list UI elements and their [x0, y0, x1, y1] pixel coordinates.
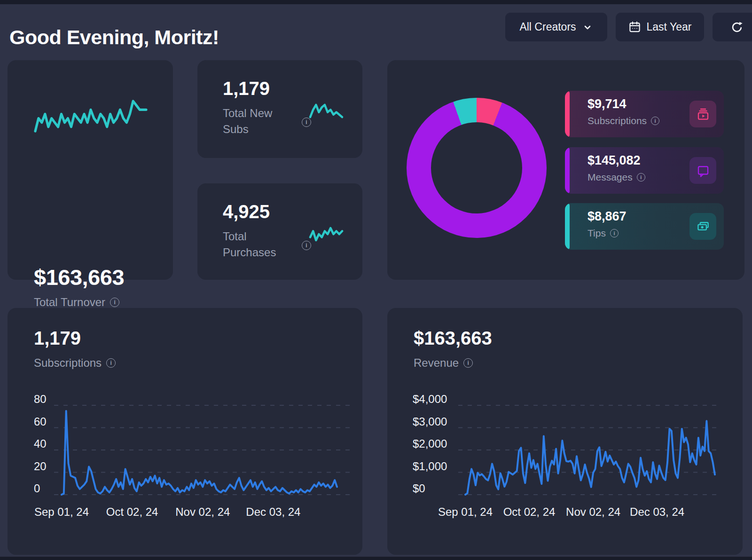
svg-text:Dec 03, 24: Dec 03, 24 — [630, 505, 684, 518]
svg-text:Dec 03, 24: Dec 03, 24 — [246, 505, 300, 518]
svg-text:$3,000: $3,000 — [413, 415, 447, 428]
purchases-sparkline-chart — [308, 226, 344, 243]
breakdown-row-tips: $8,867 Tips i — [565, 203, 724, 250]
tips-label: Tips — [588, 228, 606, 239]
money-icon — [689, 213, 716, 240]
svg-text:Nov 02, 24: Nov 02, 24 — [175, 505, 230, 518]
subscriptions-label: Subscriptions — [588, 115, 647, 126]
subscriptions-icon — [689, 101, 716, 127]
svg-text:Sep 01, 24: Sep 01, 24 — [34, 505, 89, 518]
total-new-subs-card: 1,179 Total New Subs i — [197, 60, 362, 158]
svg-text:$1,000: $1,000 — [413, 460, 447, 473]
revenue-breakdown-card: $9,714 Subscriptions i $145,082 Messages… — [387, 60, 744, 280]
total-new-subs-label: Total New Subs — [223, 105, 285, 137]
total-purchases-card: 4,925 Total Purchases i — [197, 183, 362, 280]
svg-text:40: 40 — [34, 437, 47, 450]
turnover-sparkline-chart — [33, 99, 148, 134]
subscriptions-amount: $9,714 — [588, 97, 627, 111]
svg-text:Sep 01, 24: Sep 01, 24 — [438, 505, 493, 518]
subscriptions-line-chart: 020406080Sep 01, 24Oct 02, 24Nov 02, 24D… — [8, 308, 362, 555]
svg-text:Oct 02, 24: Oct 02, 24 — [106, 505, 158, 518]
creators-filter-button[interactable]: All Creators — [505, 13, 607, 41]
date-range-label: Last Year — [647, 21, 692, 33]
svg-text:$4,000: $4,000 — [413, 393, 447, 405]
total-turnover-card: $163,663 Total Turnover i — [8, 60, 173, 280]
calendar-icon — [628, 21, 641, 33]
breakdown-row-messages: $145,082 Messages i — [565, 147, 724, 194]
accent-bar — [565, 147, 570, 194]
revenue-breakdown-donut-chart — [407, 98, 547, 238]
new-subs-sparkline-chart — [308, 103, 344, 119]
page-title: Good Evening, Moritz! — [9, 26, 219, 49]
tips-amount: $8,867 — [588, 209, 627, 224]
info-icon[interactable]: i — [110, 298, 119, 307]
bottom-chrome-bar — [0, 557, 752, 560]
messages-amount: $145,082 — [588, 153, 641, 168]
messages-label: Messages — [588, 172, 633, 183]
info-icon[interactable]: i — [651, 117, 659, 125]
total-purchases-label: Total Purchases — [223, 229, 285, 260]
refresh-icon — [730, 21, 744, 34]
svg-text:$0: $0 — [413, 482, 425, 495]
svg-text:0: 0 — [34, 482, 40, 495]
date-range-button[interactable]: Last Year — [616, 13, 704, 41]
svg-text:$2,000: $2,000 — [413, 437, 447, 450]
creators-filter-label: All Creators — [519, 21, 576, 33]
svg-text:60: 60 — [34, 415, 47, 428]
subscriptions-chart-card: 1,179 Subscriptions i 020406080Sep 01, 2… — [8, 308, 362, 555]
info-icon[interactable]: i — [610, 229, 619, 237]
accent-bar — [565, 203, 570, 250]
top-chrome-bar — [0, 0, 752, 4]
info-icon[interactable]: i — [637, 173, 645, 181]
refresh-button[interactable] — [713, 13, 752, 41]
breakdown-row-subscriptions: $9,714 Subscriptions i — [565, 91, 724, 137]
svg-text:Nov 02, 24: Nov 02, 24 — [566, 505, 620, 518]
total-new-subs-value: 1,179 — [223, 78, 270, 99]
message-icon — [689, 157, 716, 184]
accent-bar — [565, 91, 570, 137]
revenue-line-chart: $0$1,000$2,000$3,000$4,000Sep 01, 24Oct … — [387, 308, 743, 555]
svg-text:Oct 02, 24: Oct 02, 24 — [503, 505, 556, 518]
total-purchases-value: 4,925 — [223, 201, 270, 222]
svg-text:20: 20 — [34, 460, 47, 473]
revenue-chart-card: $163,663 Revenue i $0$1,000$2,000$3,000$… — [387, 308, 743, 555]
total-turnover-value: $163,663 — [34, 264, 124, 290]
donut-hole — [431, 122, 522, 213]
svg-text:80: 80 — [34, 393, 47, 405]
chevron-down-icon — [582, 22, 593, 33]
